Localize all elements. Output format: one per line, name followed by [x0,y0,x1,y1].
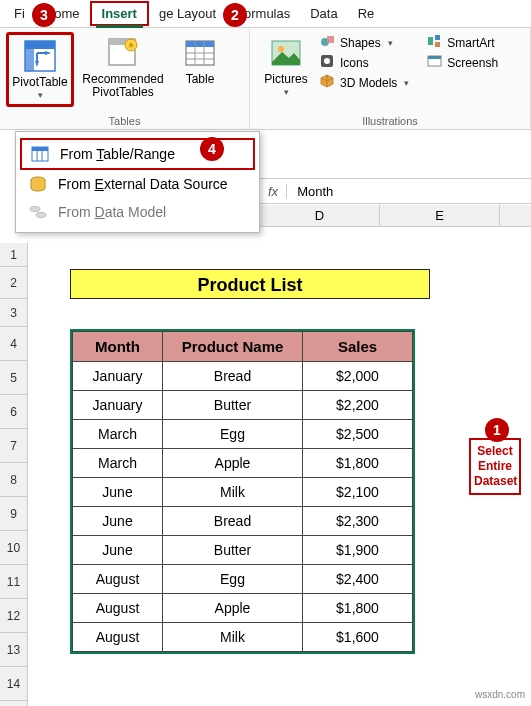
from-external-item[interactable]: From External Data Source [20,170,255,198]
table-row[interactable]: JuneMilk$2,100 [73,478,413,507]
table-row[interactable]: AugustMilk$1,600 [73,623,413,652]
table-cell[interactable]: March [73,449,163,478]
from-model-label: From Data Model [58,204,166,220]
row-header[interactable]: 9 [0,497,27,531]
row-header[interactable]: 5 [0,361,27,395]
table-cell[interactable]: June [73,507,163,536]
table-cell[interactable]: Milk [163,478,303,507]
tab-data[interactable]: Data [300,3,347,24]
table-cell[interactable]: Egg [163,420,303,449]
table-cell[interactable]: $2,300 [303,507,413,536]
row-header[interactable]: 1 [0,243,27,267]
table-cell[interactable]: June [73,478,163,507]
table-cell[interactable]: Butter [163,536,303,565]
tab-file[interactable]: Fi [4,3,35,24]
formula-value[interactable]: Month [287,182,343,201]
title-cell[interactable]: Product List [70,269,430,299]
table-cell[interactable]: Apple [163,449,303,478]
screenshot-button[interactable]: Screensh [427,54,498,71]
table-row[interactable]: JuneButter$1,900 [73,536,413,565]
tab-review[interactable]: Re [348,3,385,24]
group-illustrations: Pictures ▾ Shapes ▾ Icons 3D M [250,28,531,129]
table-cell[interactable]: $2,200 [303,391,413,420]
row-header[interactable]: 8 [0,463,27,497]
icons-icon [320,54,335,71]
table-cell[interactable]: August [73,565,163,594]
table-cell[interactable]: $2,000 [303,362,413,391]
from-table-label: From Table/Range [60,146,175,162]
pivottable-icon [23,39,57,73]
row-header[interactable]: 13 [0,633,27,667]
row-header[interactable]: 14 [0,667,27,701]
callout-4: 4 [200,137,224,161]
from-data-model-item[interactable]: From Data Model [20,198,255,226]
table-row[interactable]: MarchEgg$2,500 [73,420,413,449]
table-row[interactable]: JanuaryBread$2,000 [73,362,413,391]
table-cell[interactable]: $1,900 [303,536,413,565]
col-header-d[interactable]: D [260,205,380,226]
row-header[interactable]: 7 [0,429,27,463]
icons-button[interactable]: Icons [320,54,409,71]
pictures-button[interactable]: Pictures ▾ [256,32,316,101]
table-cell[interactable]: Apple [163,594,303,623]
svg-rect-24 [32,147,48,151]
pivottable-button[interactable]: PivotTable ▾ [6,32,74,107]
illustrations-group-label: Illustrations [250,115,530,127]
group-tables: PivotTable ▾ Recommended PivotTables Tab… [0,28,250,129]
tab-pagelayout[interactable]: ge Layout [149,3,226,24]
table-cell[interactable]: Egg [163,565,303,594]
th-sales[interactable]: Sales [303,332,413,362]
shapes-button[interactable]: Shapes ▾ [320,34,409,51]
svg-rect-18 [428,37,433,45]
table-row[interactable]: JuneBread$2,300 [73,507,413,536]
table-cell[interactable]: $2,400 [303,565,413,594]
table-cell[interactable]: January [73,391,163,420]
smartart-button[interactable]: SmartArt [427,34,498,51]
table-cell[interactable]: Milk [163,623,303,652]
table-row[interactable]: AugustEgg$2,400 [73,565,413,594]
row-header[interactable]: 3 [0,299,27,327]
table-cell[interactable]: Bread [163,362,303,391]
th-month[interactable]: Month [73,332,163,362]
recommended-pivot-button[interactable]: Recommended PivotTables [74,32,172,103]
table-cell[interactable]: $1,800 [303,449,413,478]
row-header[interactable]: 6 [0,395,27,429]
table-cell[interactable]: June [73,536,163,565]
table-cell[interactable]: January [73,362,163,391]
row-header[interactable]: 4 [0,327,27,361]
ribbon: PivotTable ▾ Recommended PivotTables Tab… [0,28,531,130]
table-row[interactable]: MarchApple$1,800 [73,449,413,478]
data-table[interactable]: Month Product Name Sales JanuaryBread$2,… [70,329,415,654]
table-cell[interactable]: $1,600 [303,623,413,652]
shapes-icon [320,34,335,51]
table-button[interactable]: Table [172,32,228,90]
table-cell[interactable]: March [73,420,163,449]
table-cell[interactable]: August [73,594,163,623]
table-cell[interactable]: August [73,623,163,652]
table-icon [183,36,217,70]
row-header[interactable]: 10 [0,531,27,565]
callout-1: 1 [485,418,509,442]
th-product[interactable]: Product Name [163,332,303,362]
table-cell[interactable]: Bread [163,507,303,536]
3dmodels-button[interactable]: 3D Models ▾ [320,74,409,91]
table-row[interactable]: AugustApple$1,800 [73,594,413,623]
table-header-row: Month Product Name Sales [73,332,413,362]
row-header[interactable]: 2 [0,267,27,299]
row-header[interactable]: 11 [0,565,27,599]
cube-icon [320,74,335,91]
table-cell[interactable]: Butter [163,391,303,420]
table-cell[interactable]: $2,500 [303,420,413,449]
watermark: wsxdn.com [475,689,525,700]
table-row[interactable]: JanuaryButter$2,200 [73,391,413,420]
table-cell[interactable]: $1,800 [303,594,413,623]
3dmodels-label: 3D Models [340,76,397,90]
row-header[interactable]: 12 [0,599,27,633]
recommended-label: Recommended PivotTables [82,73,163,99]
table-cell[interactable]: $2,100 [303,478,413,507]
icons-label: Icons [340,56,369,70]
callout-3: 3 [32,3,56,27]
col-header-e[interactable]: E [380,205,500,226]
tab-insert[interactable]: Insert [90,1,149,26]
fx-label[interactable]: fx [260,184,287,199]
